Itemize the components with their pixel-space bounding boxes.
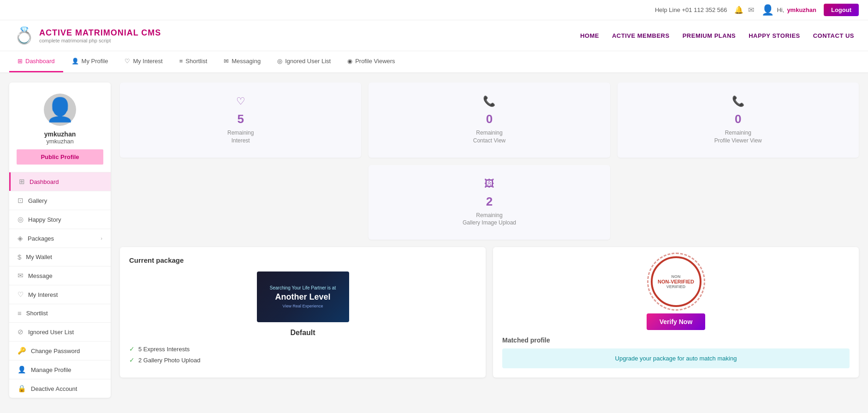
package-name: Default: [129, 329, 476, 337]
contact-view-stat-label: RemainingContact View: [473, 129, 505, 145]
sidebar-item-ignored-user-list[interactable]: ⊘ Ignored User List: [9, 322, 111, 341]
sidebar-item-happy-story[interactable]: ◎ Happy Story: [9, 210, 111, 229]
main-nav: HOME ACTIVE MEMBERS PREMIUM PLANS HAPPY …: [580, 32, 854, 39]
dashboard-icon: ⊞: [18, 58, 23, 65]
happy-story-menu-label: Happy Story: [28, 216, 61, 223]
sidebar-item-message[interactable]: ✉ Message: [9, 266, 111, 285]
sidebar-item-my-interest[interactable]: ♡ My Interest: [9, 285, 111, 304]
matched-section: Matched profile Upgrade your package for…: [502, 336, 850, 368]
interest-stat-icon: ♡: [236, 95, 245, 107]
badge-main-text: NON-VERIFIED: [658, 279, 694, 284]
sidebar-menu: ⊞ Dashboard ⊡ Gallery ◎ Happy Story ◈: [9, 172, 111, 398]
sidebar-item-packages[interactable]: ◈ Packages ›: [9, 229, 111, 248]
package-features: ✓ 5 Express Interests ✓ 2 Gallery Photo …: [129, 343, 476, 366]
contact-view-stat-icon: 📞: [483, 95, 495, 107]
subnav-ignored-user-list[interactable]: ◎ Ignored User List: [269, 51, 339, 72]
verify-now-button[interactable]: Verify Now: [647, 313, 706, 330]
sidebar: 👤 ymkuzhan ymkuzhan Public Profile ⊞ Das…: [9, 83, 111, 398]
sub-nav: ⊞ Dashboard 👤 My Profile ♡ My Interest ≡…: [0, 51, 868, 73]
subnav-profile-viewers-label: Profile Viewers: [355, 58, 395, 65]
gallery-menu-icon: ⊡: [18, 196, 24, 205]
mail-icon[interactable]: ✉: [748, 6, 754, 14]
badge-verified-text: VERIFIED: [666, 284, 686, 289]
user-avatar-icon: 👤: [761, 4, 774, 16]
check-icon-2: ✓: [129, 356, 135, 364]
main-content: ♡ 5 RemainingInterest 📞 0 RemainingConta…: [120, 83, 859, 398]
sidebar-item-shortlist[interactable]: ≡ Shortlist: [9, 304, 111, 322]
subnav-messaging-label: Messaging: [232, 58, 261, 65]
stat-card-gallery-upload: 🖼 2 RemainingGallery Image Upload: [369, 165, 610, 240]
subnav-my-profile-label: My Profile: [82, 58, 108, 65]
logout-button[interactable]: Logout: [824, 4, 859, 16]
feature-2-label: 2 Gallery Photo Upload: [138, 357, 200, 364]
profile-avatar: 👤: [44, 94, 76, 126]
check-icon-1: ✓: [129, 345, 135, 353]
top-bar-icons: 🔔 ✉: [734, 6, 754, 14]
sidebar-item-change-password[interactable]: 🔑 Change Password: [9, 341, 111, 360]
gallery-upload-stat-icon: 🖼: [484, 178, 494, 190]
sidebar-item-my-wallet[interactable]: $ My Wallet: [9, 248, 111, 266]
feature-1-label: 5 Express Interests: [138, 346, 190, 353]
subnav-profile-viewers[interactable]: ◉ Profile Viewers: [339, 51, 403, 72]
subnav-dashboard-label: Dashboard: [25, 58, 55, 65]
my-interest-icon: ♡: [125, 58, 130, 65]
sidebar-item-dashboard[interactable]: ⊞ Dashboard: [9, 172, 111, 191]
nav-happy-stories[interactable]: HAPPY STORIES: [749, 32, 800, 39]
profile-viewer-stat-label: RemainingProfile Viewer View: [714, 129, 762, 145]
public-profile-button[interactable]: Public Profile: [17, 149, 103, 165]
logo-text: ACTIVE MATRIMONIAL CMS complete matrimon…: [39, 28, 161, 43]
ignored-menu-icon: ⊘: [18, 328, 24, 336]
package-feature-1: ✓ 5 Express Interests: [129, 343, 476, 354]
subnav-my-interest-label: My Interest: [133, 58, 162, 65]
top-username: ymkuzhan: [787, 6, 816, 13]
subnav-shortlist[interactable]: ≡ Shortlist: [171, 51, 216, 72]
nav-active-members[interactable]: ACTIVE MEMBERS: [612, 32, 670, 39]
subnav-my-interest[interactable]: ♡ My Interest: [116, 51, 171, 72]
right-panel: NON NON-VERIFIED VERIFIED Verify Now Mat…: [493, 247, 859, 378]
badge-top-text: NON: [672, 274, 681, 279]
manage-profile-menu-label: Manage Profile: [31, 366, 71, 373]
header: 💍 ACTIVE MATRIMONIAL CMS complete matrim…: [0, 20, 868, 51]
sidebar-item-deactive-account[interactable]: 🔒 Deactive Account: [9, 379, 111, 398]
shortlist-menu-icon: ≡: [18, 309, 22, 317]
profile-viewer-stat-icon: 📞: [732, 95, 744, 107]
hi-text: Hi,: [777, 6, 784, 13]
package-card: Current package Searching Your Life Part…: [120, 247, 486, 378]
stats-grid: ♡ 5 RemainingInterest 📞 0 RemainingConta…: [120, 83, 859, 158]
shortlist-menu-label: Shortlist: [26, 310, 48, 317]
subnav-my-profile[interactable]: 👤 My Profile: [63, 51, 117, 72]
profile-viewers-icon: ◉: [347, 58, 352, 65]
subnav-shortlist-label: Shortlist: [185, 58, 207, 65]
gallery-menu-label: Gallery: [28, 197, 47, 204]
nav-home[interactable]: HOME: [580, 32, 599, 39]
contact-view-stat-number: 0: [486, 112, 493, 126]
manage-profile-menu-icon: 👤: [18, 366, 26, 374]
packages-menu-label: Packages: [28, 235, 54, 242]
stat-card-profile-viewer: 📞 0 RemainingProfile Viewer View: [618, 83, 859, 158]
package-section-title: Current package: [129, 256, 476, 264]
pkg-image-title: Searching Your Life Partner is at: [270, 285, 336, 290]
interest-stat-label: RemainingInterest: [227, 129, 254, 145]
subnav-messaging[interactable]: ✉ Messaging: [215, 51, 269, 72]
sidebar-item-gallery[interactable]: ⊡ Gallery: [9, 191, 111, 210]
pkg-image-main: Another Level: [275, 292, 330, 302]
dashboard-menu-label: Dashboard: [30, 178, 59, 185]
wallet-menu-label: My Wallet: [26, 254, 52, 260]
content-area: 👤 ymkuzhan ymkuzhan Public Profile ⊞ Das…: [0, 73, 868, 407]
message-menu-icon: ✉: [18, 271, 24, 280]
interest-menu-icon: ♡: [18, 290, 24, 299]
dashboard-menu-icon: ⊞: [19, 177, 25, 186]
matched-profile-title: Matched profile: [502, 336, 850, 344]
ignored-icon: ◎: [277, 58, 282, 65]
subnav-dashboard[interactable]: ⊞ Dashboard: [9, 51, 63, 72]
messaging-icon: ✉: [224, 58, 229, 65]
non-verified-badge: NON NON-VERIFIED VERIFIED: [651, 256, 702, 307]
interest-stat-number: 5: [237, 112, 244, 126]
nav-premium-plans[interactable]: PREMIUM PLANS: [683, 32, 736, 39]
sidebar-item-manage-profile[interactable]: 👤 Manage Profile: [9, 360, 111, 379]
shortlist-icon: ≡: [179, 58, 183, 65]
deactive-menu-icon: 🔒: [18, 384, 26, 393]
packages-menu-icon: ◈: [18, 234, 23, 242]
nav-contact-us[interactable]: CONTACT US: [813, 32, 854, 39]
bell-icon[interactable]: 🔔: [734, 6, 743, 14]
